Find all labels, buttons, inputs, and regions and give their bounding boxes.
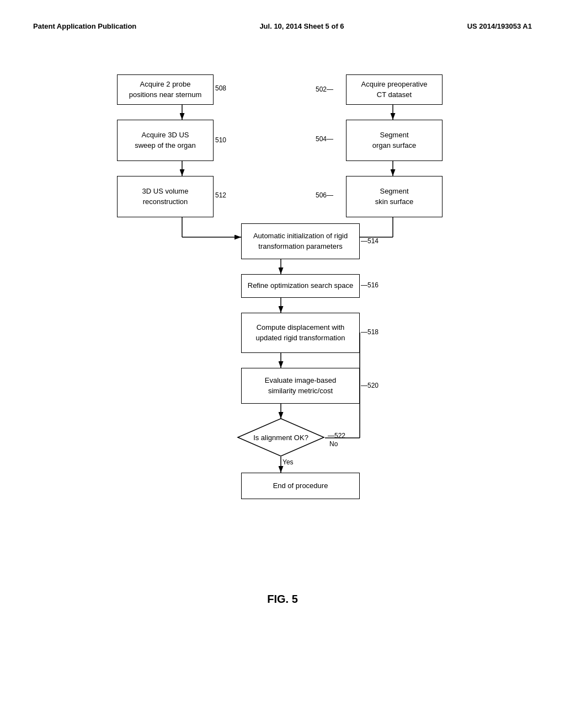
label-510: 510 xyxy=(215,136,226,144)
diamond-label-522: Is alignment OK? xyxy=(253,433,308,442)
header-right: US 2014/193053 A1 xyxy=(467,22,532,30)
box-520: Evaluate image-basedsimilarity metric/co… xyxy=(241,368,360,404)
label-no: No xyxy=(329,440,338,448)
box-504: Segmentorgan surface xyxy=(346,120,443,161)
header-center: Jul. 10, 2014 Sheet 5 of 6 xyxy=(259,22,344,30)
box-512: 3D US volumereconstruction xyxy=(117,176,214,217)
box-506: Segmentskin surface xyxy=(346,176,443,217)
label-504: 504 xyxy=(316,135,327,143)
box-502: Acquire preoperativeCT dataset xyxy=(346,74,443,105)
box-516: Refine optimization search space xyxy=(241,274,360,298)
label-yes: Yes xyxy=(282,458,294,466)
label-502: 502 xyxy=(316,85,327,93)
label-514: —514 xyxy=(361,237,379,245)
figure-caption: FIG. 5 xyxy=(33,593,532,606)
label-512: 512 xyxy=(215,191,226,199)
label-506: 506 xyxy=(316,191,327,199)
diagram-container: Acquire preoperativeCT dataset 502 — Seg… xyxy=(45,52,520,576)
page: Patent Application Publication Jul. 10, … xyxy=(0,0,565,728)
box-518: Compute displacement withupdated rigid t… xyxy=(241,313,360,353)
header-left: Patent Application Publication xyxy=(33,22,136,30)
diamond-522: Is alignment OK? xyxy=(237,417,325,457)
label-508: 508 xyxy=(215,84,226,92)
label-520: —520 xyxy=(361,382,379,389)
label-522: —522 xyxy=(328,432,345,440)
label-516: —516 xyxy=(361,281,379,289)
box-end: End of procedure xyxy=(241,473,360,499)
box-508: Acquire 2 probepositions near sternum xyxy=(117,74,214,105)
box-510: Acquire 3D USsweep of the organ xyxy=(117,120,214,161)
label-518: —518 xyxy=(361,328,379,336)
page-header: Patent Application Publication Jul. 10, … xyxy=(33,22,532,36)
box-514: Automatic initialization of rigidtransfo… xyxy=(241,223,360,259)
